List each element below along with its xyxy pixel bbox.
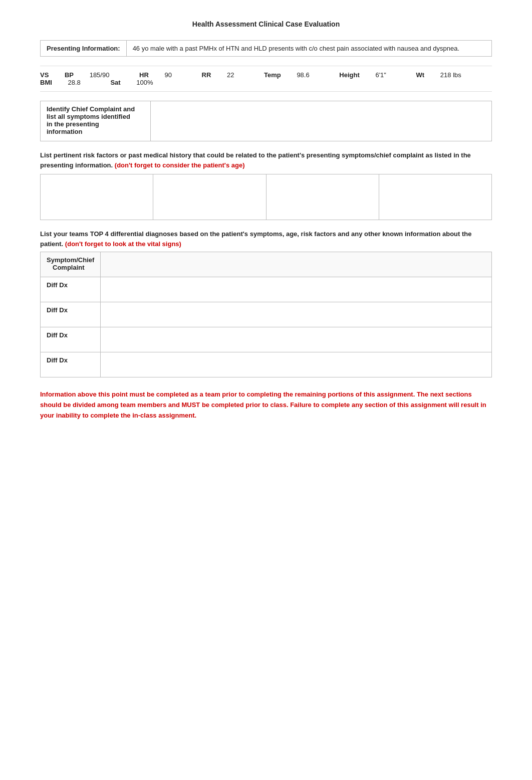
identify-section: Identify Chief Complaint and list all sy… <box>40 101 492 141</box>
identify-table: Identify Chief Complaint and list all sy… <box>40 101 492 141</box>
diff-dx-row-3: Diff Dx <box>41 327 492 352</box>
diff-dx-row-2-content[interactable] <box>101 302 492 327</box>
diff-dx-row-2-label: Diff Dx <box>41 302 101 327</box>
page-title: Health Assessment Clinical Case Evaluati… <box>40 20 492 28</box>
footer-notice: Information above this point must be com… <box>40 389 492 421</box>
temp-label: Temp 98.6 <box>264 71 324 79</box>
presenting-table: Presenting Information: 46 yo male with … <box>40 40 492 57</box>
sat-label: Sat 100% <box>110 79 167 86</box>
diff-dx-instruction: List your teams TOP 4 differential diagn… <box>40 229 492 249</box>
bp-label: BP 185/90 <box>65 71 123 79</box>
diff-dx-row-3-label: Diff Dx <box>41 327 101 352</box>
risk-boxes <box>40 174 492 220</box>
identify-label: Identify Chief Complaint and list all sy… <box>41 101 151 141</box>
diff-dx-row-1: Diff Dx <box>41 277 492 302</box>
identify-content[interactable] <box>151 101 492 141</box>
diff-dx-row-4: Diff Dx <box>41 352 492 377</box>
presenting-section: Presenting Information: 46 yo male with … <box>40 40 492 57</box>
risk-box-2[interactable] <box>153 174 266 220</box>
diff-dx-header-label: Symptom/Chief Complaint <box>41 252 101 277</box>
hr-label: HR 90 <box>139 71 186 79</box>
bmi-label: BMI 28.8 <box>40 79 95 86</box>
risk-box-1[interactable] <box>41 174 153 220</box>
presenting-content: 46 yo male with a past PMHx of HTN and H… <box>126 41 491 57</box>
height-label: Height 6'1" <box>339 71 400 79</box>
vs-label: VS <box>40 71 49 79</box>
diff-dx-section: List your teams TOP 4 differential diagn… <box>40 229 492 377</box>
risk-box-3[interactable] <box>267 174 379 220</box>
diff-dx-row-1-content[interactable] <box>101 277 492 302</box>
risk-instruction: List pertinent risk factors or past medi… <box>40 150 492 170</box>
diff-dx-row-4-label: Diff Dx <box>41 352 101 377</box>
diff-dx-header-content <box>101 252 492 277</box>
risk-section: List pertinent risk factors or past medi… <box>40 150 492 220</box>
diff-dx-row-3-content[interactable] <box>101 327 492 352</box>
risk-box-4[interactable] <box>379 174 491 220</box>
diff-dx-row-4-content[interactable] <box>101 352 492 377</box>
diff-dx-table: Symptom/Chief Complaint Diff Dx Diff Dx … <box>40 252 492 377</box>
presenting-label: Presenting Information: <box>41 41 127 57</box>
diff-dx-row-2: Diff Dx <box>41 302 492 327</box>
diff-dx-row-1-label: Diff Dx <box>41 277 101 302</box>
rr-label: RR 22 <box>202 71 248 79</box>
diff-dx-header: Symptom/Chief Complaint <box>41 252 492 277</box>
wt-label: Wt 218 lbs <box>416 71 475 79</box>
vs-row: VS BP 185/90 HR 90 RR 22 Temp 98.6 Heigh… <box>40 66 492 92</box>
